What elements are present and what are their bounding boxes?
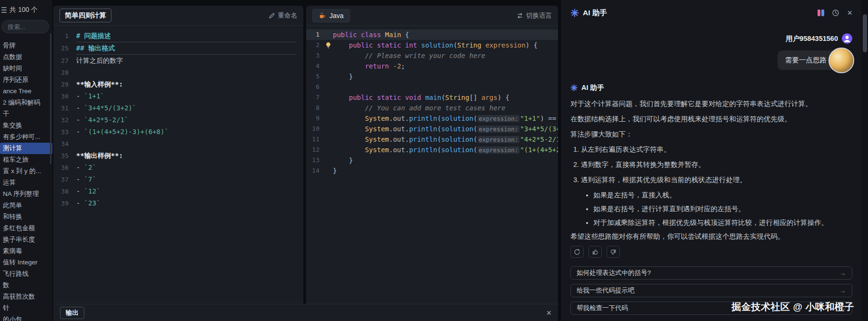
code-line[interactable]: 9 System.out.println(solution(expression… xyxy=(306,113,558,124)
sidebar-item[interactable]: 置 x 到 y 的... xyxy=(0,165,52,177)
sidebar-item[interactable]: 高获胜次数 xyxy=(0,291,52,302)
user-name: 用户9584351560 xyxy=(786,34,838,43)
arrow-icon: → xyxy=(839,269,846,277)
line-number: 12 xyxy=(306,145,323,155)
output-close-icon[interactable]: × xyxy=(546,309,551,317)
color-bars-icon[interactable] xyxy=(818,10,824,16)
markdown-line[interactable]: 35**输出样例**: xyxy=(53,150,303,162)
sidebar-item[interactable]: 此简单 xyxy=(0,200,52,211)
floating-avatar[interactable] xyxy=(828,48,854,73)
sidebar-item[interactable]: 和转换 xyxy=(0,211,52,223)
code-line[interactable]: 2 public static int solution(String expr… xyxy=(306,40,558,50)
sidebar-item[interactable]: 有多少种可... xyxy=(0,131,52,143)
sidebar-item[interactable]: 干 xyxy=(0,108,52,120)
code-line[interactable]: 11 System.out.println(solution(expressio… xyxy=(306,134,558,145)
line-number: 7 xyxy=(306,92,323,103)
sidebar-item[interactable]: 序列还原 xyxy=(0,74,52,86)
output-panel: 输出 × xyxy=(53,304,558,321)
ai-header: AI 助手 × xyxy=(570,0,852,23)
line-number: 38 xyxy=(53,185,76,197)
sidebar-scrollbar[interactable] xyxy=(50,33,51,164)
ai-closing-paragraph: 希望这些思路能对你有所帮助，你可以尝试根据这个思路去实现代码。 xyxy=(570,232,852,241)
suggestion-button[interactable]: 给我一些代码提示吧→ xyxy=(570,284,852,297)
sidebar-item[interactable]: 运算 xyxy=(0,177,52,188)
switch-language-button[interactable]: 切换语言 xyxy=(517,11,552,20)
markdown-line[interactable]: 30- `1+1` xyxy=(53,90,303,102)
markdown-line[interactable]: 34 xyxy=(53,138,303,150)
code-line[interactable]: 14} xyxy=(306,165,558,176)
ai-close-icon[interactable]: × xyxy=(847,9,852,17)
line-number: 28 xyxy=(53,67,76,78)
sidebar-item[interactable]: 换子串长度 xyxy=(0,234,52,245)
line-number: 1 xyxy=(53,30,76,42)
sidebar-item[interactable]: 点数据 xyxy=(0,51,52,63)
line-number: 33 xyxy=(53,126,76,138)
code-line[interactable]: 6 xyxy=(306,82,558,92)
page-scrollbar-thumb[interactable] xyxy=(863,14,867,52)
line-number: 9 xyxy=(306,113,323,124)
sidebar-item[interactable]: 飞行路线 xyxy=(0,268,52,280)
regenerate-icon[interactable] xyxy=(570,246,584,258)
sidebar-item[interactable]: 2 编码和解码 xyxy=(0,97,52,108)
code-line[interactable]: 13 } xyxy=(306,155,558,165)
ai-sparkle-icon xyxy=(570,9,579,17)
markdown-line[interactable]: 38- `12` xyxy=(53,185,303,197)
line-number: 36 xyxy=(53,162,76,174)
sidebar-item[interactable]: 数 xyxy=(0,280,52,291)
history-icon[interactable] xyxy=(832,9,839,17)
markdown-line[interactable]: 1# 问题描述 xyxy=(53,30,303,42)
sidebar-item[interactable]: 的小包 xyxy=(0,314,52,321)
language-tab[interactable]: Java xyxy=(312,9,350,22)
markdown-line[interactable]: 32- `4+2*5-2/1` xyxy=(53,114,303,126)
line-number: 39 xyxy=(53,197,76,209)
markdown-line[interactable]: 37- `7` xyxy=(53,174,303,185)
sidebar-item[interactable]: NA 序列整理 xyxy=(0,188,52,200)
sidebar-item[interactable]: 集交换 xyxy=(0,120,52,131)
markdown-line[interactable]: 36- `2` xyxy=(53,162,303,174)
thumbs-up-icon[interactable] xyxy=(589,246,602,258)
sidebar-list: 骨牌点数据缺时间序列还原ance Tree2 编码和解码干集交换有多少种可...… xyxy=(0,40,52,321)
rename-button[interactable]: 重命名 xyxy=(269,11,298,20)
code-line[interactable]: 12 System.out.println(solution(expressio… xyxy=(306,145,558,155)
output-tab[interactable]: 输出 xyxy=(60,307,84,319)
ai-message-actions xyxy=(570,246,852,258)
rename-label: 重命名 xyxy=(278,11,298,20)
switch-language-label: 切换语言 xyxy=(526,11,552,20)
sidebar-item[interactable]: 多红包金额 xyxy=(0,223,52,234)
sidebar-item[interactable]: ance Tree xyxy=(0,86,52,97)
watermark: 掘金技术社区 @ 小咪和橙子 xyxy=(731,301,854,313)
markdown-line[interactable]: 28 xyxy=(53,67,303,78)
ai-steps-list: 从左到右遍历表达式字符串。遇到数字，直接将其转换为整数并暂存。遇到运算符，根据其… xyxy=(570,145,852,185)
markdown-line[interactable]: 39- `23` xyxy=(53,197,303,209)
sidebar-item[interactable]: 素病毒 xyxy=(0,245,52,257)
problem-title: 简单四则计算 xyxy=(60,9,111,22)
markdown-line[interactable]: 29**输入样例**: xyxy=(53,78,303,90)
markdown-line[interactable]: 33- `(1+(4+5+2)-3)+(6+8)` xyxy=(53,126,303,138)
sidebar-item[interactable]: 租车之旅 xyxy=(0,154,52,165)
sidebar-item[interactable]: 测计算 xyxy=(0,143,52,154)
sidebar-item[interactable]: 值转 Integer xyxy=(0,257,52,268)
ai-message-header: AI 助手 xyxy=(570,83,852,92)
code-lines: 1public class Main {2 public static int … xyxy=(306,26,558,176)
line-number: 32 xyxy=(53,114,76,126)
sidebar-item[interactable]: 针 xyxy=(0,302,52,314)
sidebar-item[interactable]: 骨牌 xyxy=(0,40,52,51)
code-line[interactable]: 1public class Main { xyxy=(306,29,558,40)
ai-paragraph: 对于这个计算器问题，我们首先要理解它是要对给定的字符串表达式进行计算。 xyxy=(570,99,852,108)
sidebar-item[interactable]: 缺时间 xyxy=(0,63,52,74)
code-line[interactable]: 5 } xyxy=(306,71,558,82)
markdown-line[interactable]: 25## 输出格式 xyxy=(53,42,303,55)
lightbulb-icon[interactable] xyxy=(323,42,333,49)
code-line[interactable]: 7 public static void main(String[] args)… xyxy=(306,92,558,103)
markdown-line[interactable]: 27计算之后的数字 xyxy=(53,55,303,67)
code-line[interactable]: 10 System.out.println(solution(expressio… xyxy=(306,124,558,134)
code-line[interactable]: 3 // Please write your code here xyxy=(306,50,558,61)
markdown-line[interactable]: 31- `3+4*5/(3+2)` xyxy=(53,102,303,114)
thumbs-down-icon[interactable] xyxy=(607,246,620,258)
code-line[interactable]: 8 // You can add more test cases here xyxy=(306,103,558,113)
code-editor-panel: Java 切换语言 1public class Main {2 public s… xyxy=(306,6,558,304)
ai-message-body: 对于这个计算器问题，我们首先要理解它是要对给定的字符串表达式进行计算。在数据结构… xyxy=(570,99,852,241)
search-input[interactable] xyxy=(1,20,49,33)
suggestion-button[interactable]: 如何处理表达式中的括号?→ xyxy=(570,266,852,280)
code-line[interactable]: 4 return -2; xyxy=(306,61,558,71)
